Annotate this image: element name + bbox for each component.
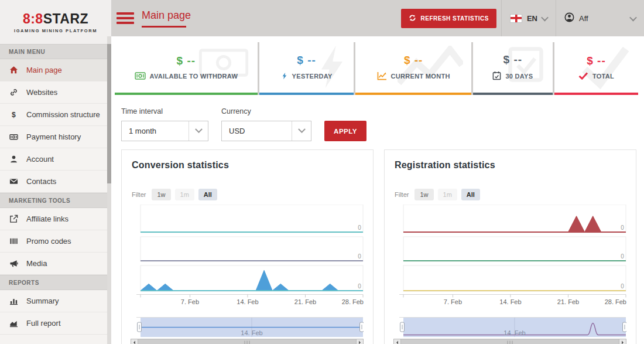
time-interval-group: Time interval 1 month (121, 107, 208, 141)
hamburger-menu-icon[interactable] (117, 12, 134, 24)
sidebar-item-account[interactable]: Account (0, 148, 111, 171)
currency-group: Currency USD (221, 107, 311, 141)
sidebar-scrollbar-thumb[interactable] (107, 44, 111, 183)
sidebar-section-label: MARKETING TOOLS (0, 193, 111, 208)
sidebar-item-websites[interactable]: Websites (0, 81, 111, 104)
zoom-button-all[interactable]: All (461, 189, 480, 200)
top-header: Main page REFRESH STATISTICS EN Aff (111, 0, 644, 36)
chevron-down-icon (541, 13, 549, 21)
statistics-chart: 0007. Feb14. Feb21. Feb28. Feb14. Feb (393, 205, 626, 344)
chevron-down-icon (298, 125, 306, 133)
sidebar: 8:8STARZ iGaming Mining Platform MAIN ME… (0, 0, 111, 344)
zoom-button-1m[interactable]: 1m (175, 189, 194, 200)
stat-card-value: $ -- (503, 53, 523, 66)
link-icon (9, 88, 19, 97)
sidebar-item-payment-history[interactable]: Payment history (0, 126, 111, 148)
chart-title: Conversion statistics (132, 160, 364, 171)
x-axis-label: 7. Feb (181, 298, 199, 305)
x-axis-label: 28. Feb (342, 298, 364, 305)
sidebar-item-contacts[interactable]: Contacts (0, 171, 111, 193)
sidebar-item-summary[interactable]: Summary (0, 290, 111, 312)
select-chevron[interactable] (189, 121, 208, 141)
page-title: Main page (142, 9, 191, 22)
zoom-button-1m[interactable]: 1m (438, 189, 457, 200)
x-axis-label: 28. Feb (605, 298, 626, 305)
time-interval-select[interactable]: 1 month (121, 121, 208, 141)
stat-cards-row: $ -- AVAILABLE TO WITHDRAW $ -- YESTERDA… (115, 42, 638, 95)
language-selector[interactable]: EN (502, 0, 556, 36)
envelope-icon (9, 177, 19, 186)
brand-tagline: iGaming Mining Platform (14, 28, 97, 33)
zoom-button-1w[interactable]: 1w (415, 189, 433, 200)
chevron-down-icon (629, 13, 637, 21)
page-title-wrap: Main page (142, 9, 191, 28)
select-chevron[interactable] (292, 121, 311, 141)
bolt-icon (281, 71, 288, 81)
stat-card: $ -- TOTAL (554, 42, 638, 95)
navigator-date-label: 14. Feb (503, 329, 525, 336)
megaphone-icon (9, 259, 19, 268)
sidebar-item-media[interactable]: Media (0, 253, 111, 275)
stat-card-value: $ -- (297, 54, 316, 67)
brand-name-left: 8:8 (23, 11, 43, 26)
time-interval-label: Time interval (121, 107, 208, 115)
user-icon (9, 155, 19, 164)
sidebar-item-main-page[interactable]: Main page (0, 59, 111, 81)
page-title-underline (142, 26, 186, 28)
zoom-button-1w[interactable]: 1w (152, 189, 170, 200)
brand-name: 8:8STARZ (23, 11, 88, 27)
sidebar-item-full-report[interactable]: Full report (0, 312, 111, 335)
zigzag-watermark-icon (398, 46, 463, 90)
stat-card-label: AVAILABLE TO WITHDRAW (150, 73, 238, 80)
currency-select[interactable]: USD (221, 121, 311, 141)
stat-card-label: TOTAL (592, 73, 614, 80)
home-icon (9, 66, 19, 74)
x-axis-label: 14. Feb (237, 298, 258, 305)
stat-card-value: $ -- (587, 55, 606, 67)
chart-panel-conversion: Conversion statistics Filter 1w1mAll 000… (121, 149, 374, 344)
area-chart-icon (9, 319, 19, 328)
y-axis-label: 0 (621, 224, 624, 231)
sidebar-section-label: MAIN MENU (0, 44, 111, 59)
refresh-statistics-button[interactable]: REFRESH STATISTICS (401, 9, 496, 28)
brand-name-right: STARZ (43, 11, 88, 26)
stat-card-label: 30 DAYS (505, 73, 533, 80)
x-axis-label: 21. Feb (557, 298, 579, 305)
chart-pane (403, 265, 626, 291)
check-icon (578, 72, 588, 81)
sidebar-item-affiliate-links[interactable]: Affiliate links (0, 208, 111, 230)
language-label: EN (527, 14, 537, 23)
sidebar-item-commission-structure[interactable]: $ Commission structure (0, 104, 111, 126)
banknote-card-icon (135, 72, 146, 81)
chart-title: Registration statistics (395, 160, 626, 171)
y-axis-label: 0 (621, 253, 624, 260)
main-content: $ -- AVAILABLE TO WITHDRAW $ -- YESTERDA… (111, 36, 644, 344)
svg-text:$: $ (12, 111, 16, 119)
chart-panel-registration: Registration statistics Filter 1w1mAll 0… (384, 149, 636, 344)
apply-button[interactable]: APPLY (324, 121, 366, 141)
x-axis-label: 21. Feb (294, 298, 316, 305)
refresh-statistics-label: REFRESH STATISTICS (421, 15, 489, 22)
stat-card: $ -- 30 DAYS (473, 42, 553, 95)
sidebar-scrollbar[interactable] (107, 36, 111, 344)
chart-zoom-filter: Filter 1w1mAll (395, 189, 626, 200)
sidebar-item-promo-codes[interactable]: Promo codes (0, 230, 111, 253)
stat-card-label: CURRENT MONTH (391, 73, 450, 80)
sidebar-nav: MAIN MENU Main page Websites $ Commissio… (0, 44, 111, 335)
user-menu[interactable]: Aff (556, 0, 644, 36)
bolt-watermark-icon (318, 46, 345, 90)
statistics-chart: 0007. Feb14. Feb21. Feb28. Feb14. Feb (131, 205, 364, 344)
stat-card-value: $ -- (404, 54, 423, 67)
y-axis-label: 0 (358, 253, 361, 260)
zoom-button-all[interactable]: All (198, 189, 217, 200)
user-name: Aff (579, 14, 588, 23)
currency-value: USD (229, 127, 245, 135)
charts-row: Conversion statistics Filter 1w1mAll 000… (121, 149, 635, 344)
currency-label: Currency (221, 107, 311, 115)
brand-logo[interactable]: 8:8STARZ iGaming Mining Platform (0, 0, 111, 44)
chart-filter-label: Filter (395, 191, 409, 198)
stat-card: $ -- CURRENT MONTH (355, 42, 471, 95)
stat-card-label: YESTERDAY (292, 73, 333, 80)
chart-pane (141, 205, 363, 233)
external-link-icon (9, 214, 19, 223)
